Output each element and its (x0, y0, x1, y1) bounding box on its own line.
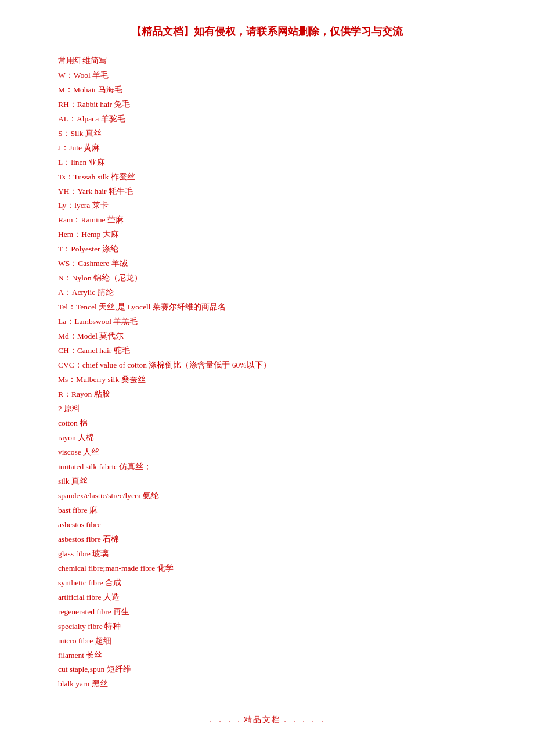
list-item: Ly：lycra 莱卡 (58, 199, 476, 213)
list-item: chemical fibre;man-made fibre 化学 (58, 561, 476, 576)
content-body: 常用纤维简写W：Wool 羊毛M：Mohair 马海毛RH：Rabbit hai… (58, 54, 476, 692)
list-item: asbestos fibre (58, 518, 476, 532)
list-item: glass fibre 玻璃 (58, 547, 476, 561)
list-item: RH：Rabbit hair 兔毛 (58, 98, 476, 112)
list-item: CVC：chief value of cotton 涤棉倒比（涤含量低于 60%… (58, 358, 476, 373)
list-item: Md：Model 莫代尔 (58, 329, 476, 344)
list-item: cut staple,spun 短纤维 (58, 663, 476, 677)
list-item: Ms：Mulberry silk 桑蚕丝 (58, 373, 476, 387)
list-item: 2 原料 (58, 402, 476, 416)
list-item: 常用纤维简写 (58, 54, 476, 69)
list-item: Ts：Tussah silk 柞蚕丝 (58, 170, 476, 185)
list-item: Ram：Ramine 苎麻 (58, 213, 476, 228)
list-item: CH：Camel hair 驼毛 (58, 344, 476, 358)
list-item: T：Polyester 涤纶 (58, 242, 476, 257)
list-item: artificial fibre 人造 (58, 591, 476, 605)
list-item: synthetic fibre 合成 (58, 576, 476, 591)
list-item: Tel：Tencel 天丝,是 Lyocell 莱赛尔纤维的商品名 (58, 300, 476, 315)
list-item: M：Mohair 马海毛 (58, 83, 476, 98)
list-item: viscose 人丝 (58, 445, 476, 460)
list-item: Hem：Hemp 大麻 (58, 228, 476, 242)
list-item: asbestos fibre 石棉 (58, 532, 476, 547)
list-item: regenerated fibre 再生 (58, 605, 476, 620)
list-item: rayon 人棉 (58, 431, 476, 445)
list-item: La：Lambswool 羊羔毛 (58, 315, 476, 329)
list-item: bast fibre 麻 (58, 503, 476, 518)
title: 【精品文档】如有侵权，请联系网站删除，仅供学习与交流 (58, 23, 476, 40)
list-item: WS：Cashmere 羊绒 (58, 257, 476, 271)
list-item: silk 真丝 (58, 474, 476, 489)
list-item: AL：Alpaca 羊驼毛 (58, 112, 476, 127)
list-item: blalk yarn 黑丝 (58, 677, 476, 692)
list-item: imitated silk fabric 仿真丝； (58, 460, 476, 474)
list-item: cotton 棉 (58, 416, 476, 431)
list-item: micro fibre 超细 (58, 634, 476, 649)
page-header: 【精品文档】如有侵权，请联系网站删除，仅供学习与交流 (58, 23, 476, 40)
list-item: YH：Yark hair 牦牛毛 (58, 185, 476, 199)
list-item: W：Wool 羊毛 (58, 69, 476, 83)
list-item: specialty fibre 特种 (58, 620, 476, 634)
list-item: filament 长丝 (58, 649, 476, 663)
list-item: A：Acrylic 腈纶 (58, 286, 476, 300)
list-item: spandex/elastic/strec/lycra 氨纶 (58, 489, 476, 503)
list-item: N：Nylon 锦纶（尼龙） (58, 271, 476, 286)
list-item: L：linen 亚麻 (58, 156, 476, 170)
list-item: R：Rayon 粘胶 (58, 387, 476, 402)
footer-text: ．．．．精品文档．．．．． (58, 715, 476, 725)
list-item: S：Silk 真丝 (58, 127, 476, 141)
list-item: J：Jute 黄麻 (58, 141, 476, 156)
